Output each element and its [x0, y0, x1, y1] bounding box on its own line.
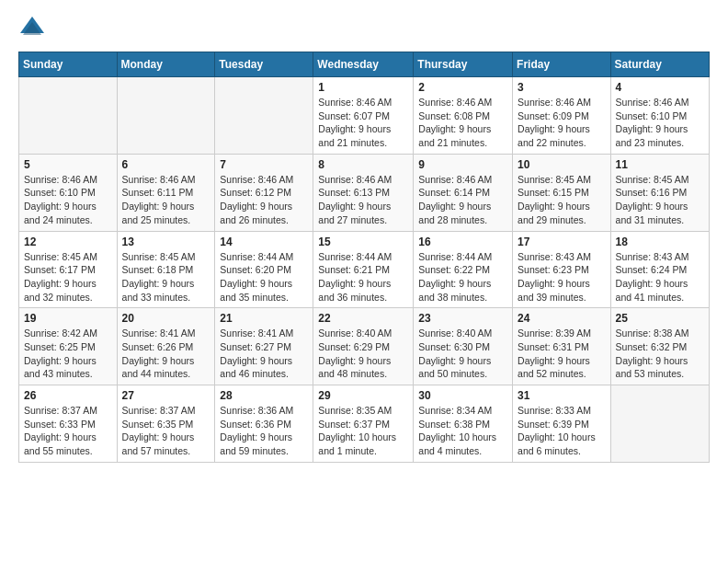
day-info: Sunrise: 8:46 AMSunset: 6:10 PMDaylight:…	[616, 96, 704, 150]
day-info: Sunrise: 8:46 AMSunset: 6:10 PMDaylight:…	[24, 173, 112, 227]
day-number: 14	[220, 236, 308, 248]
day-number: 18	[616, 236, 704, 248]
calendar-cell: 17Sunrise: 8:43 AMSunset: 6:23 PMDayligh…	[513, 231, 611, 308]
day-info: Sunrise: 8:45 AMSunset: 6:17 PMDaylight:…	[24, 250, 112, 304]
day-number: 30	[418, 389, 507, 402]
day-info: Sunrise: 8:44 AMSunset: 6:20 PMDaylight:…	[220, 250, 308, 304]
day-number: 28	[220, 389, 308, 402]
calendar-cell: 11Sunrise: 8:45 AMSunset: 6:16 PMDayligh…	[610, 154, 709, 231]
day-number: 8	[318, 158, 408, 171]
day-number: 5	[24, 158, 112, 171]
day-info: Sunrise: 8:46 AMSunset: 6:14 PMDaylight:…	[418, 173, 507, 227]
day-info: Sunrise: 8:33 AMSunset: 6:39 PMDaylight:…	[518, 404, 606, 458]
day-info: Sunrise: 8:39 AMSunset: 6:31 PMDaylight:…	[518, 327, 606, 381]
weekday-header-wednesday: Wednesday	[313, 52, 414, 77]
weekday-header-friday: Friday	[513, 52, 611, 77]
day-number: 31	[518, 389, 606, 402]
day-number: 4	[616, 81, 704, 94]
weekday-header-saturday: Saturday	[610, 52, 709, 77]
calendar-cell	[117, 77, 215, 155]
day-info: Sunrise: 8:45 AMSunset: 6:18 PMDaylight:…	[122, 250, 210, 304]
calendar-cell: 15Sunrise: 8:44 AMSunset: 6:21 PMDayligh…	[313, 231, 414, 308]
calendar-cell: 26Sunrise: 8:37 AMSunset: 6:33 PMDayligh…	[19, 385, 118, 463]
day-number: 24	[518, 312, 606, 325]
day-info: Sunrise: 8:37 AMSunset: 6:33 PMDaylight:…	[24, 404, 112, 458]
day-info: Sunrise: 8:46 AMSunset: 6:09 PMDaylight:…	[518, 96, 606, 150]
day-info: Sunrise: 8:42 AMSunset: 6:25 PMDaylight:…	[24, 327, 112, 381]
day-number: 19	[24, 312, 112, 325]
calendar-cell: 20Sunrise: 8:41 AMSunset: 6:26 PMDayligh…	[117, 308, 215, 385]
calendar-cell: 28Sunrise: 8:36 AMSunset: 6:36 PMDayligh…	[215, 385, 313, 463]
calendar-cell: 4Sunrise: 8:46 AMSunset: 6:10 PMDaylight…	[610, 77, 709, 155]
calendar-cell: 12Sunrise: 8:45 AMSunset: 6:17 PMDayligh…	[19, 231, 118, 308]
weekday-header-thursday: Thursday	[414, 52, 513, 77]
calendar-week-2: 12Sunrise: 8:45 AMSunset: 6:17 PMDayligh…	[19, 231, 710, 308]
calendar-week-1: 5Sunrise: 8:46 AMSunset: 6:10 PMDaylight…	[19, 154, 710, 231]
day-number: 29	[318, 389, 408, 402]
day-number: 15	[318, 236, 408, 248]
calendar-table: SundayMondayTuesdayWednesdayThursdayFrid…	[18, 52, 710, 463]
weekday-header-sunday: Sunday	[19, 52, 118, 77]
day-info: Sunrise: 8:44 AMSunset: 6:21 PMDaylight:…	[318, 250, 408, 304]
calendar-cell	[19, 77, 118, 155]
calendar-header: SundayMondayTuesdayWednesdayThursdayFrid…	[19, 52, 710, 77]
day-info: Sunrise: 8:43 AMSunset: 6:24 PMDaylight:…	[616, 250, 704, 304]
weekday-header-monday: Monday	[117, 52, 215, 77]
calendar-cell: 29Sunrise: 8:35 AMSunset: 6:37 PMDayligh…	[313, 385, 414, 463]
calendar-body: 1Sunrise: 8:46 AMSunset: 6:07 PMDaylight…	[19, 77, 710, 463]
calendar-cell: 5Sunrise: 8:46 AMSunset: 6:10 PMDaylight…	[19, 154, 118, 231]
day-info: Sunrise: 8:35 AMSunset: 6:37 PMDaylight:…	[318, 404, 408, 458]
calendar-cell: 9Sunrise: 8:46 AMSunset: 6:14 PMDaylight…	[414, 154, 513, 231]
day-info: Sunrise: 8:46 AMSunset: 6:11 PMDaylight:…	[122, 173, 210, 227]
day-number: 21	[220, 312, 308, 325]
day-info: Sunrise: 8:46 AMSunset: 6:08 PMDaylight:…	[418, 96, 507, 150]
calendar-cell: 3Sunrise: 8:46 AMSunset: 6:09 PMDaylight…	[513, 77, 611, 155]
day-number: 13	[122, 236, 210, 248]
day-info: Sunrise: 8:45 AMSunset: 6:16 PMDaylight:…	[616, 173, 704, 227]
weekday-header-tuesday: Tuesday	[215, 52, 313, 77]
logo-icon	[18, 15, 46, 42]
day-info: Sunrise: 8:37 AMSunset: 6:35 PMDaylight:…	[122, 404, 210, 458]
calendar-cell: 13Sunrise: 8:45 AMSunset: 6:18 PMDayligh…	[117, 231, 215, 308]
calendar-cell: 7Sunrise: 8:46 AMSunset: 6:12 PMDaylight…	[215, 154, 313, 231]
calendar-cell: 30Sunrise: 8:34 AMSunset: 6:38 PMDayligh…	[414, 385, 513, 463]
calendar-cell: 1Sunrise: 8:46 AMSunset: 6:07 PMDaylight…	[313, 77, 414, 155]
day-info: Sunrise: 8:40 AMSunset: 6:29 PMDaylight:…	[318, 327, 408, 381]
day-number: 10	[518, 158, 606, 171]
weekday-row: SundayMondayTuesdayWednesdayThursdayFrid…	[19, 52, 710, 77]
day-number: 12	[24, 236, 112, 248]
day-number: 27	[122, 389, 210, 402]
calendar-cell: 6Sunrise: 8:46 AMSunset: 6:11 PMDaylight…	[117, 154, 215, 231]
calendar-week-0: 1Sunrise: 8:46 AMSunset: 6:07 PMDaylight…	[19, 77, 710, 155]
day-info: Sunrise: 8:36 AMSunset: 6:36 PMDaylight:…	[220, 404, 308, 458]
day-info: Sunrise: 8:46 AMSunset: 6:07 PMDaylight:…	[318, 96, 408, 150]
day-info: Sunrise: 8:38 AMSunset: 6:32 PMDaylight:…	[616, 327, 704, 381]
day-number: 16	[418, 236, 507, 248]
header	[18, 15, 710, 42]
calendar-cell: 31Sunrise: 8:33 AMSunset: 6:39 PMDayligh…	[513, 385, 611, 463]
calendar-cell	[610, 385, 709, 463]
day-number: 2	[418, 81, 507, 94]
calendar-cell: 18Sunrise: 8:43 AMSunset: 6:24 PMDayligh…	[610, 231, 709, 308]
calendar-cell: 21Sunrise: 8:41 AMSunset: 6:27 PMDayligh…	[215, 308, 313, 385]
day-number: 25	[616, 312, 704, 325]
day-info: Sunrise: 8:41 AMSunset: 6:27 PMDaylight:…	[220, 327, 308, 381]
page: SundayMondayTuesdayWednesdayThursdayFrid…	[0, 0, 728, 477]
calendar-cell: 10Sunrise: 8:45 AMSunset: 6:15 PMDayligh…	[513, 154, 611, 231]
day-info: Sunrise: 8:44 AMSunset: 6:22 PMDaylight:…	[418, 250, 507, 304]
calendar-cell: 24Sunrise: 8:39 AMSunset: 6:31 PMDayligh…	[513, 308, 611, 385]
day-info: Sunrise: 8:34 AMSunset: 6:38 PMDaylight:…	[418, 404, 507, 458]
day-number: 7	[220, 158, 308, 171]
calendar-week-3: 19Sunrise: 8:42 AMSunset: 6:25 PMDayligh…	[19, 308, 710, 385]
calendar-cell: 23Sunrise: 8:40 AMSunset: 6:30 PMDayligh…	[414, 308, 513, 385]
day-number: 9	[418, 158, 507, 171]
day-info: Sunrise: 8:46 AMSunset: 6:12 PMDaylight:…	[220, 173, 308, 227]
calendar-cell: 22Sunrise: 8:40 AMSunset: 6:29 PMDayligh…	[313, 308, 414, 385]
calendar-cell: 19Sunrise: 8:42 AMSunset: 6:25 PMDayligh…	[19, 308, 118, 385]
day-number: 26	[24, 389, 112, 402]
calendar-cell: 25Sunrise: 8:38 AMSunset: 6:32 PMDayligh…	[610, 308, 709, 385]
calendar-cell: 8Sunrise: 8:46 AMSunset: 6:13 PMDaylight…	[313, 154, 414, 231]
day-number: 11	[616, 158, 704, 171]
day-number: 20	[122, 312, 210, 325]
logo	[18, 15, 50, 42]
